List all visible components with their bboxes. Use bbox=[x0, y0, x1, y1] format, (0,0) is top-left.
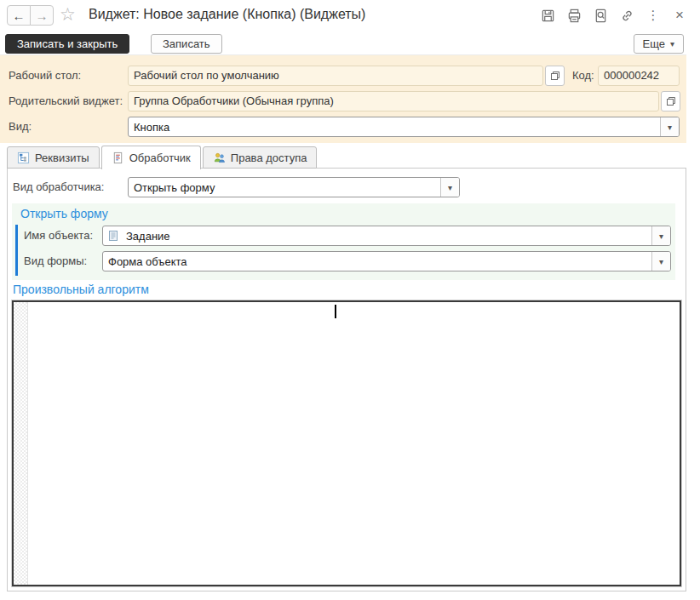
form-kind-combobox[interactable]: Форма объекта ▾ bbox=[102, 251, 671, 271]
tab-bar: Реквизиты Обработчик Права доступа bbox=[7, 145, 318, 169]
dropdown-button[interactable]: ▾ bbox=[651, 226, 670, 245]
chevron-down-icon: ▾ bbox=[659, 257, 663, 266]
code-label: Код: bbox=[572, 66, 594, 86]
print-icon[interactable] bbox=[566, 8, 582, 23]
tab-label: Реквизиты bbox=[35, 151, 89, 164]
dropdown-button[interactable]: ▾ bbox=[651, 252, 670, 271]
tab-label: Обработчик bbox=[129, 151, 191, 164]
tab-label: Права доступа bbox=[231, 151, 307, 164]
chevron-down-icon: ▾ bbox=[670, 39, 674, 49]
forward-button[interactable]: → bbox=[30, 5, 54, 26]
back-button[interactable]: ← bbox=[7, 5, 31, 26]
parent-widget-label: Родительский виджет: bbox=[9, 91, 123, 111]
parent-widget-open-button[interactable] bbox=[661, 91, 680, 111]
handler-kind-combobox[interactable]: Открыть форму ▾ bbox=[128, 177, 460, 197]
tab-handler[interactable]: Обработчик bbox=[101, 146, 201, 169]
page-title: Виджет: Новое задание (Кнопка) (Виджеты) bbox=[89, 7, 365, 22]
attributes-tree-icon bbox=[17, 151, 30, 164]
kebab-menu-icon[interactable]: ⋮ bbox=[645, 8, 661, 23]
kind-combobox[interactable]: Кнопка ▾ bbox=[128, 117, 680, 137]
link-icon[interactable] bbox=[619, 8, 634, 23]
chevron-down-icon: ▾ bbox=[659, 231, 663, 241]
text-cursor bbox=[335, 305, 336, 318]
arrow-right-icon: → bbox=[36, 9, 49, 23]
algorithm-group-title[interactable]: Произвольный алгоритм bbox=[13, 283, 149, 296]
object-name-label: Имя объекта: bbox=[24, 226, 93, 246]
handler-kind-label: Вид обработчика: bbox=[13, 177, 104, 197]
desktop-field[interactable]: Рабочий стол по умолчанию bbox=[128, 66, 543, 86]
save-button[interactable]: Записать bbox=[151, 34, 222, 54]
header-form-panel: Рабочий стол: Рабочий стол по умолчанию … bbox=[0, 54, 686, 143]
more-button[interactable]: Еще ▾ bbox=[634, 34, 684, 54]
group-accent-bar bbox=[15, 225, 18, 276]
handler-tab-content: Вид обработчика: Открыть форму ▾ Открыть… bbox=[7, 168, 686, 591]
tab-attributes[interactable]: Реквизиты bbox=[7, 146, 100, 169]
open-squares-icon bbox=[550, 71, 560, 81]
chevron-down-icon: ▾ bbox=[668, 123, 672, 132]
open-form-group: Открыть форму Имя объекта: Задание ▾ bbox=[12, 203, 675, 280]
code-field[interactable]: 000000242 bbox=[598, 66, 680, 86]
open-form-group-title[interactable]: Открыть форму bbox=[20, 207, 108, 220]
window-toolbar: ⋮ × bbox=[540, 8, 687, 23]
handler-module-icon bbox=[112, 151, 124, 164]
form-kind-label: Вид формы: bbox=[24, 251, 87, 271]
object-name-combobox[interactable]: Задание ▾ bbox=[102, 226, 671, 246]
open-squares-icon bbox=[666, 96, 676, 106]
favorite-star-icon[interactable]: ☆ bbox=[60, 4, 76, 25]
chevron-down-icon: ▾ bbox=[448, 183, 452, 192]
desktop-label: Рабочий стол: bbox=[9, 66, 81, 86]
algorithm-code-editor[interactable] bbox=[12, 300, 681, 586]
widget-editor-window: ← → ☆ Виджет: Новое задание (Кнопка) (Ви… bbox=[0, 0, 700, 600]
save-icon[interactable] bbox=[540, 8, 555, 23]
desktop-open-button[interactable] bbox=[545, 66, 565, 86]
editor-gutter bbox=[14, 302, 28, 585]
history-nav: ← → bbox=[7, 5, 54, 26]
access-rights-users-icon bbox=[213, 151, 226, 164]
save-and-close-button[interactable]: Записать и закрыть bbox=[5, 34, 129, 54]
dropdown-button[interactable]: ▾ bbox=[440, 178, 459, 197]
preview-icon[interactable] bbox=[593, 8, 608, 23]
dropdown-button[interactable]: ▾ bbox=[660, 117, 679, 136]
document-icon bbox=[106, 228, 121, 243]
command-bar: Записать и закрыть Записать Еще ▾ bbox=[0, 31, 700, 54]
close-icon[interactable]: × bbox=[672, 8, 687, 23]
parent-widget-field[interactable]: Группа Обработчики (Обычная группа) bbox=[128, 91, 659, 111]
title-bar: ← → ☆ Виджет: Новое задание (Кнопка) (Ви… bbox=[0, 0, 700, 31]
tab-access-rights[interactable]: Права доступа bbox=[203, 146, 318, 169]
kind-label: Вид: bbox=[9, 117, 32, 137]
arrow-left-icon: ← bbox=[13, 9, 26, 23]
